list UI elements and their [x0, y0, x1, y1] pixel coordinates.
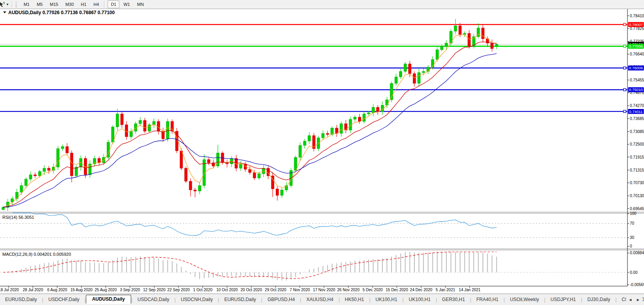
- toolbar-grip-handle[interactable]: [16, 2, 18, 7]
- date-tick: 6 Aug 2020: [47, 288, 67, 292]
- date-tick: 5 Dec 2020: [362, 288, 383, 292]
- price-tick: 0.71315: [630, 168, 644, 172]
- timeframe-button-h1[interactable]: H1: [78, 0, 89, 8]
- toolbar-separator: [12, 1, 13, 7]
- price-label-0.77008: 0.77008: [629, 44, 643, 48]
- scroll-left-icon[interactable]: ◄: [628, 298, 632, 302]
- date-tick: 7 Nov 2020: [290, 288, 310, 292]
- chart-tab-audusd-daily[interactable]: AUDUSD,Daily: [86, 295, 131, 304]
- hline-handle[interactable]: [624, 67, 626, 69]
- chart-tab-eurusd-daily[interactable]: EURUSD,Daily: [0, 296, 42, 304]
- mt4-window: ▼ M1M5M15M30H1H4D1W1MN 0.784100.778250.7…: [0, 0, 644, 305]
- timeframe-button-m30[interactable]: M30: [62, 0, 77, 8]
- price-tick: 0.73685: [630, 116, 644, 121]
- chart-tab-uk100-h1[interactable]: UK100,H1: [370, 296, 402, 304]
- tab-scroll-arrows: ◄ ►: [626, 294, 642, 305]
- chart-tab-bar: EURUSD,Daily|USDCHF,Daily|AUDUSD,Daily|U…: [0, 294, 644, 305]
- price-tick: 0.72500: [630, 142, 644, 146]
- date-tick: 12 Sep 2020: [143, 288, 165, 292]
- date-tick: 28 Jul 2020: [23, 288, 43, 292]
- date-tick: 26 Nov 2020: [337, 288, 360, 292]
- price-tick: 0.75455: [630, 78, 644, 82]
- rsi-tick: 70: [630, 221, 635, 226]
- price-tick: 0.70730: [630, 181, 644, 185]
- timeframe-button-w1[interactable]: W1: [120, 0, 133, 8]
- timeframe-button-d1[interactable]: D1: [108, 0, 119, 8]
- price-tick: 0.73085: [630, 129, 644, 134]
- rsi-tick: 0: [630, 244, 632, 248]
- price-label-0.75010: 0.75010: [629, 87, 643, 92]
- date-tick: 1 Oct 2020: [193, 288, 212, 292]
- chart-tab-usdchf-daily[interactable]: USDCHF,Daily: [43, 296, 85, 304]
- chart-tab-ger30-h1[interactable]: GER30,H1: [437, 296, 470, 304]
- chart-tab-xauusd-h4[interactable]: XAUUSD,H4: [301, 296, 339, 304]
- hline-handle[interactable]: [624, 23, 626, 26]
- price-tick: 0.78410: [630, 14, 644, 18]
- date-tick: 15 Aug 2020: [71, 288, 93, 292]
- price-tick: 0.69545: [630, 207, 644, 211]
- price-tick: 0.76640: [630, 52, 644, 56]
- hline-handle[interactable]: [624, 45, 626, 47]
- chart-tab-dj30-daily[interactable]: DJ30,Daily: [582, 296, 615, 304]
- symbol-ohlc-title: AUDUSD,Daily 0.77026 0.77136 0.76867 0.7…: [8, 10, 115, 15]
- timeframe-button-m15[interactable]: M15: [46, 0, 61, 8]
- date-tick: 20 Oct 2020: [241, 288, 262, 292]
- rsi-tick: 30: [630, 235, 635, 240]
- chart-tab-eurusd-daily[interactable]: EURUSD,Daily: [219, 296, 261, 304]
- chart-tab-usdcad-daily[interactable]: USDCAD,Daily: [132, 296, 174, 304]
- date-tick: 29 Oct 2020: [265, 288, 286, 292]
- hline-handle[interactable]: [624, 110, 626, 113]
- toolbar-separator: [104, 1, 106, 7]
- macd-tick: -0.00565: [630, 283, 644, 287]
- timeframe-button-h4[interactable]: H4: [90, 0, 102, 8]
- price-label-0.78007: 0.78007: [629, 22, 643, 27]
- date-tick: 24 Dec 2020: [410, 288, 432, 292]
- date-tick: 18 Jul 2020: [0, 288, 19, 292]
- price-label-0.74011: 0.74011: [629, 109, 642, 114]
- chart-tab-hk50-h1[interactable]: HK50,H1: [340, 296, 369, 304]
- date-tick: 22 Sep 2020: [167, 288, 190, 292]
- scroll-right-icon[interactable]: ►: [636, 298, 640, 302]
- date-tick: 5 Jan 2021: [436, 288, 455, 292]
- chart-tab-uk100-h1[interactable]: UK100,H1: [404, 296, 436, 304]
- chevron-down-icon[interactable]: ▼: [6, 3, 9, 6]
- date-tick: 15 Dec 2020: [386, 288, 408, 292]
- chart-tab-usoil-weekly[interactable]: USOil,Weekly: [505, 296, 544, 304]
- timeframe-button-mn[interactable]: MN: [134, 0, 147, 8]
- price-tick: 0.71915: [630, 155, 644, 159]
- date-tick: 14 Jan 2021: [459, 288, 481, 292]
- price-label-0.76009: 0.76009: [629, 66, 643, 70]
- price-tick: 0.70130: [630, 194, 644, 198]
- rsi-tick: 100: [630, 211, 637, 216]
- price-tick: 0.74270: [630, 104, 644, 108]
- timeframe-buttons: M1M5M15M30H1H4D1W1MN: [20, 0, 147, 8]
- chart-tab-gbpusd-h4[interactable]: GBPUSD,H4: [262, 296, 300, 304]
- date-tick: 3 Sep 2020: [120, 288, 140, 292]
- timeframe-button-m1[interactable]: M1: [20, 0, 33, 8]
- chart-tab-usdcnh-daily[interactable]: USDCNH,Daily: [176, 296, 218, 304]
- chart-tabs: EURUSD,Daily|USDCHF,Daily|AUDUSD,Daily|U…: [0, 296, 644, 304]
- cursor-tool-icon[interactable]: [0, 1, 6, 7]
- price-chart: 0.784100.778250.772250.766400.760400.754…: [0, 0, 644, 305]
- chart-title: AUDUSD,Daily 0.77026 0.77136 0.76867 0.7…: [3, 10, 115, 15]
- hline-handle[interactable]: [624, 89, 626, 91]
- date-tick: 17 Nov 2020: [313, 288, 335, 292]
- date-tick: 10 Oct 2020: [216, 288, 238, 292]
- macd-label: MACD(12,26,9) 0.004201 0.005920: [2, 252, 71, 257]
- timeframe-toolbar: ▼ M1M5M15M30H1H4D1W1MN: [0, 0, 644, 9]
- macd-tick: 0.00884: [630, 251, 644, 255]
- chart-tab-usdjpy-h1[interactable]: USDJPY,H1: [546, 296, 581, 304]
- macd-tick: 0.00: [630, 270, 638, 275]
- timeframe-button-m5[interactable]: M5: [33, 0, 46, 8]
- rsi-label: RSI(14) 56.3051: [2, 215, 34, 220]
- date-tick: 25 Aug 2020: [95, 288, 117, 292]
- chart-tab-fra40-h1[interactable]: FRA40,H1: [471, 296, 503, 304]
